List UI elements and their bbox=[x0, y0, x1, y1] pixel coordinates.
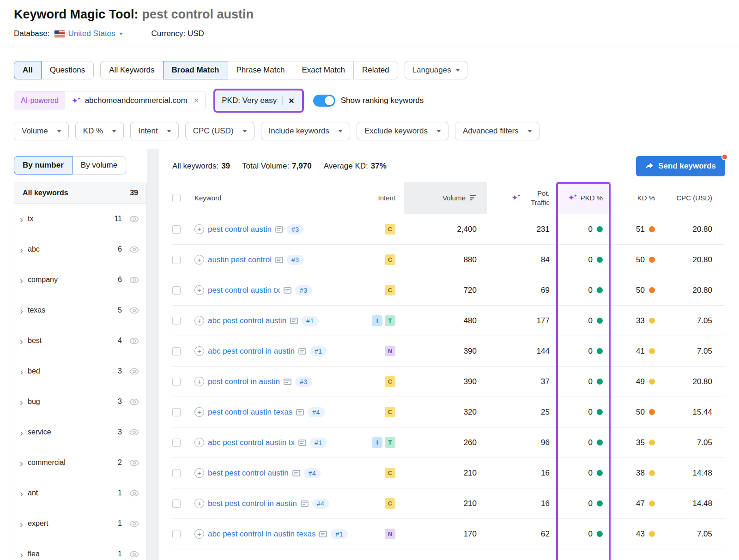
eye-icon[interactable] bbox=[129, 429, 139, 436]
filter-dropdown[interactable]: CPC (USD) bbox=[185, 122, 254, 140]
add-keyword-icon[interactable]: + bbox=[194, 316, 204, 325]
keyword-link[interactable]: abc pest control austin bbox=[208, 316, 286, 325]
rank-badge[interactable]: #1 bbox=[302, 316, 319, 326]
keyword-group-row[interactable]: › expert 1 bbox=[14, 508, 146, 539]
remove-pkd-filter-icon[interactable]: ✕ bbox=[282, 96, 295, 105]
keyword-link[interactable]: austin pest control bbox=[208, 255, 272, 265]
column-header-kd[interactable]: KD % bbox=[611, 182, 661, 214]
eye-icon[interactable] bbox=[129, 398, 139, 405]
rank-badge[interactable]: #4 bbox=[308, 407, 325, 417]
row-checkbox[interactable] bbox=[172, 286, 181, 295]
eye-icon[interactable] bbox=[129, 459, 139, 466]
select-all-checkbox[interactable] bbox=[172, 194, 181, 202]
column-header-pkd[interactable]: ✦✦ PKD % bbox=[556, 182, 611, 214]
by-number-tab[interactable]: By number bbox=[14, 156, 73, 175]
all-keywords-header[interactable]: All keywords 39 bbox=[14, 182, 146, 204]
serp-features-icon[interactable] bbox=[298, 348, 306, 355]
keyword-group-row[interactable]: › flea 1 bbox=[14, 539, 146, 560]
keyword-link[interactable]: pest control austin bbox=[208, 225, 272, 234]
add-keyword-icon[interactable]: + bbox=[194, 377, 204, 386]
eye-icon[interactable] bbox=[129, 368, 139, 375]
rank-badge[interactable]: #1 bbox=[310, 346, 327, 356]
add-keyword-icon[interactable]: + bbox=[194, 468, 204, 478]
serp-features-icon[interactable] bbox=[275, 226, 283, 233]
eye-icon[interactable] bbox=[129, 246, 139, 253]
keyword-group-row[interactable]: › abc 6 bbox=[14, 234, 146, 265]
clear-domain-icon[interactable]: ✕ bbox=[194, 96, 200, 105]
tab-broad-match[interactable]: Broad Match bbox=[163, 61, 228, 79]
row-checkbox[interactable] bbox=[172, 439, 181, 447]
column-header-cpc[interactable]: CPC (USD) bbox=[661, 182, 725, 214]
languages-dropdown[interactable]: Languages bbox=[405, 61, 467, 79]
add-keyword-icon[interactable]: + bbox=[194, 529, 204, 539]
keyword-group-row[interactable]: › texas 5 bbox=[14, 295, 146, 325]
show-ranking-keywords-toggle[interactable] bbox=[313, 95, 335, 107]
serp-features-icon[interactable] bbox=[284, 287, 291, 294]
keyword-link[interactable]: pest control austin texas bbox=[208, 408, 292, 417]
by-volume-tab[interactable]: By volume bbox=[72, 156, 126, 175]
rank-badge[interactable]: #3 bbox=[295, 285, 312, 295]
keyword-link[interactable]: abc pest control in austin texas bbox=[208, 530, 315, 539]
keyword-group-row[interactable]: › ant 1 bbox=[14, 478, 146, 508]
filter-dropdown[interactable]: KD % bbox=[75, 122, 124, 140]
keyword-link[interactable]: abc pest control austin tx bbox=[208, 438, 295, 447]
rank-badge[interactable]: #3 bbox=[287, 255, 304, 265]
serp-features-icon[interactable] bbox=[284, 379, 291, 385]
eye-icon[interactable] bbox=[129, 551, 139, 558]
database-selector[interactable]: United States bbox=[68, 29, 123, 38]
eye-icon[interactable] bbox=[129, 277, 139, 283]
serp-features-icon[interactable] bbox=[290, 318, 298, 324]
serp-features-icon[interactable] bbox=[301, 500, 309, 507]
tab-phrase-match[interactable]: Phrase Match bbox=[228, 61, 294, 79]
add-keyword-icon[interactable]: + bbox=[194, 346, 204, 356]
rank-badge[interactable]: #3 bbox=[295, 377, 312, 387]
tab-related[interactable]: Related bbox=[353, 61, 398, 79]
column-header-intent[interactable]: Intent bbox=[359, 182, 404, 214]
filter-dropdown[interactable]: Intent bbox=[130, 122, 179, 140]
column-header-pot-traffic[interactable]: ✦✦ Pot. Traffic bbox=[487, 182, 556, 214]
row-checkbox[interactable] bbox=[172, 225, 181, 234]
serp-features-icon[interactable] bbox=[319, 531, 327, 537]
rank-badge[interactable]: #1 bbox=[331, 529, 348, 539]
rank-badge[interactable]: #4 bbox=[312, 499, 329, 509]
keyword-link[interactable]: best pest control austin bbox=[208, 469, 289, 478]
keyword-group-row[interactable]: › commercial 2 bbox=[14, 447, 146, 478]
filter-dropdown[interactable]: Include keywords bbox=[261, 122, 350, 140]
tab-all[interactable]: All bbox=[14, 61, 42, 79]
add-keyword-icon[interactable]: + bbox=[194, 285, 204, 295]
serp-features-icon[interactable] bbox=[275, 257, 283, 263]
row-checkbox[interactable] bbox=[172, 256, 181, 264]
column-header-keyword[interactable]: Keyword bbox=[194, 182, 359, 214]
keyword-link[interactable]: abc pest control in austin bbox=[208, 347, 295, 356]
serp-features-icon[interactable] bbox=[296, 409, 304, 415]
row-checkbox[interactable] bbox=[172, 317, 181, 325]
rank-badge[interactable]: #3 bbox=[287, 224, 304, 235]
add-keyword-icon[interactable]: + bbox=[194, 499, 204, 508]
add-keyword-icon[interactable]: + bbox=[194, 224, 204, 234]
column-header-volume[interactable]: Volume bbox=[404, 182, 487, 214]
keyword-group-row[interactable]: › bed 3 bbox=[14, 356, 146, 386]
filter-dropdown[interactable]: Advanced filters bbox=[455, 122, 539, 140]
keyword-group-row[interactable]: › bug 3 bbox=[14, 386, 146, 417]
send-keywords-button[interactable]: Send keywords bbox=[636, 156, 725, 176]
row-checkbox[interactable] bbox=[172, 469, 181, 477]
serp-features-icon[interactable] bbox=[292, 470, 300, 476]
filter-dropdown[interactable]: Volume bbox=[14, 122, 69, 140]
keyword-link[interactable]: pest control austin tx bbox=[208, 286, 280, 295]
row-checkbox[interactable] bbox=[172, 530, 181, 538]
keyword-group-row[interactable]: › best 4 bbox=[14, 325, 146, 356]
keyword-group-row[interactable]: › company 6 bbox=[14, 265, 146, 295]
eye-icon[interactable] bbox=[129, 337, 139, 344]
row-checkbox[interactable] bbox=[172, 347, 181, 355]
eye-icon[interactable] bbox=[129, 216, 139, 223]
rank-badge[interactable]: #4 bbox=[304, 468, 321, 478]
rank-badge[interactable]: #1 bbox=[310, 438, 327, 448]
add-keyword-icon[interactable]: + bbox=[194, 407, 204, 417]
add-keyword-icon[interactable]: + bbox=[194, 255, 204, 265]
tab-exact-match[interactable]: Exact Match bbox=[293, 61, 354, 79]
tab-all-keywords[interactable]: All Keywords bbox=[100, 61, 163, 79]
keyword-link[interactable]: best pest control in austin bbox=[208, 499, 297, 508]
eye-icon[interactable] bbox=[129, 490, 139, 497]
ai-domain-input[interactable]: ✦✦ abchomeandcommercial.com ✕ bbox=[65, 91, 206, 110]
keyword-group-row[interactable]: › tx 11 bbox=[14, 204, 146, 234]
